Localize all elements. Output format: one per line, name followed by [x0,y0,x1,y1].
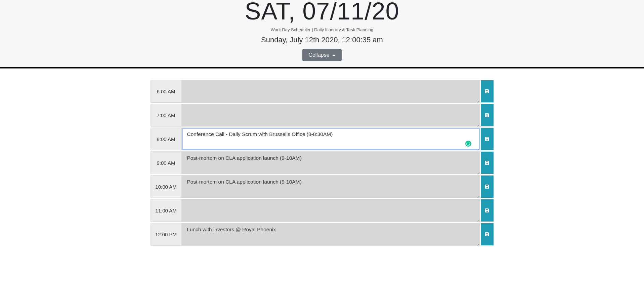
save-button[interactable] [481,176,493,198]
task-input[interactable] [182,80,480,102]
hour-label: 8:00 AM [151,128,182,150]
save-icon [484,160,490,165]
task-cell [182,199,480,222]
task-input[interactable] [182,128,480,150]
hour-label: 7:00 AM [151,104,182,126]
subtitle: Work Day Scheduler | Daily Itinerary & T… [0,27,644,32]
task-input[interactable] [182,176,480,198]
schedule-row: 9:00 AM [151,151,494,174]
save-button[interactable] [481,128,493,150]
task-cell [182,80,480,102]
task-input[interactable] [182,104,480,126]
grammarly-icon [465,141,471,147]
hour-label: 12:00 PM [151,223,182,245]
schedule-row: 11:00 AM [151,199,494,222]
header: SAT, 07/11/20 Work Day Scheduler | Daily… [0,0,644,68]
task-input[interactable] [182,152,480,174]
save-button[interactable] [481,80,493,102]
schedule: 6:00 AM7:00 AM8:00 AM9:00 AM10:00 AM11:0… [151,80,494,246]
collapse-button[interactable]: Collapse [302,49,341,61]
hour-label: 6:00 AM [151,80,182,102]
task-input[interactable] [182,223,480,245]
save-button[interactable] [481,104,493,126]
hour-label: 9:00 AM [151,152,182,174]
save-icon [484,232,490,237]
caret-up-icon [332,54,336,56]
collapse-label: Collapse [308,52,329,58]
schedule-row: 6:00 AM [151,80,494,103]
save-icon [484,89,490,94]
save-icon [484,208,490,213]
hour-label: 10:00 AM [151,176,182,198]
task-input[interactable] [182,199,480,222]
task-cell [182,104,480,126]
save-icon [484,184,490,189]
schedule-row: 10:00 AM [151,175,494,198]
save-button[interactable] [481,152,493,174]
save-icon [484,112,490,118]
task-cell [182,128,480,150]
save-button[interactable] [481,223,493,245]
schedule-row: 8:00 AM [151,128,494,150]
current-time: Sunday, July 12th 2020, 12:00:35 am [0,36,644,44]
save-icon [484,136,490,142]
task-cell [182,223,480,245]
schedule-row: 12:00 PM [151,223,494,246]
task-cell [182,176,480,198]
save-button[interactable] [481,199,493,222]
schedule-row: 7:00 AM [151,104,494,127]
task-cell [182,152,480,174]
page-title: SAT, 07/11/20 [0,0,644,25]
hour-label: 11:00 AM [151,199,182,222]
